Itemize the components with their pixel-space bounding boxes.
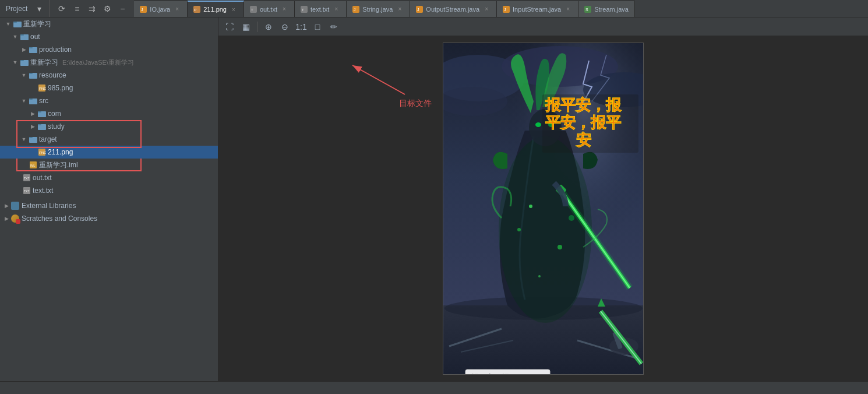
folder-label: resource — [39, 71, 66, 79]
tree-item-target[interactable]: ▼ target — [0, 133, 218, 146]
png-file-icon: P — [193, 6, 200, 13]
tab-close-text[interactable]: × — [332, 5, 340, 13]
spacer — [14, 174, 21, 181]
collapse-icon[interactable]: ▶ — [29, 110, 36, 117]
svg-rect-21 — [29, 47, 33, 48]
collapse-icon[interactable]: ▶ — [5, 203, 9, 209]
project-tree: ▼ 重新学习 ▼ out ▶ production ▼ 重新学习 E — [0, 17, 218, 197]
svg-text:目标文件: 目标文件 — [399, 99, 432, 108]
tab-label: IO.java — [150, 6, 170, 13]
settings-icon[interactable]: ⚙ — [101, 3, 113, 15]
collapse-icon[interactable]: ▶ — [29, 123, 36, 130]
scratches-and-consoles-item[interactable]: ▶ Scratches and Consoles — [0, 212, 218, 225]
tab-close-io[interactable]: × — [173, 5, 181, 13]
external-libraries-item[interactable]: ▶ External Libraries — [0, 199, 218, 212]
folder-label: target — [39, 135, 57, 143]
navigate-back-icon[interactable]: ⟳ — [56, 3, 68, 15]
expand-icon[interactable]: ▼ — [12, 59, 19, 66]
expand-icon[interactable]: ▼ — [12, 33, 19, 40]
tree-item-985-png[interactable]: PNG 985.png — [0, 82, 218, 94]
tab-close-string[interactable]: × — [396, 5, 404, 13]
zoom-out-icon[interactable]: ⊖ — [278, 20, 291, 33]
java-file-icon4: J — [503, 6, 510, 13]
collapse-icon[interactable]: ▶ — [20, 46, 27, 53]
tree-item-out-txt[interactable]: TXT out.txt — [0, 171, 218, 184]
image-viewer: 目标文件 — [218, 36, 868, 381]
svg-rect-29 — [29, 98, 33, 100]
txt-file-icon2: T — [301, 6, 308, 13]
tab-outputstream-java[interactable]: J OutputStream.java × — [410, 1, 497, 17]
txt-file-icon2: TXT — [23, 187, 31, 195]
grid-icon[interactable]: ▦ — [239, 20, 252, 33]
file-label: 重新学习.iml — [39, 160, 78, 170]
expand-all-icon[interactable]: ⇉ — [86, 3, 98, 15]
svg-point-70 — [538, 275, 541, 277]
folder-label: 重新学习 — [30, 58, 58, 68]
collapse-all-icon[interactable]: ≡ — [71, 3, 83, 15]
expand-icon[interactable]: ▼ — [20, 136, 27, 143]
project-dropdown[interactable]: Project — [2, 5, 31, 13]
src-folder-icon — [29, 97, 37, 105]
java-file-icon5: S — [584, 6, 591, 13]
svg-text:PNG: PNG — [39, 87, 46, 90]
tree-item-study[interactable]: ▶ study — [0, 120, 218, 133]
tree-item-src[interactable]: ▼ src — [0, 94, 218, 107]
tab-stream-java[interactable]: S Stream.java — [578, 1, 635, 17]
image-toolbar: ⛶ ▦ ⊕ ⊖ 1:1 □ ✏ — [218, 17, 868, 36]
color-picker-icon[interactable]: ✏ — [327, 20, 340, 33]
svg-text:T: T — [251, 8, 253, 12]
svg-line-44 — [352, 65, 405, 94]
tab-text-txt[interactable]: T text.txt × — [295, 1, 347, 17]
svg-text:IML: IML — [30, 164, 36, 167]
tree-item-com[interactable]: ▶ com — [0, 107, 218, 120]
main-layout: ▼ 重新学习 ▼ out ▶ production ▼ 重新学习 E — [0, 17, 868, 381]
expand-icon[interactable]: ▼ — [20, 72, 27, 79]
tab-close-outputstream[interactable]: × — [482, 5, 491, 13]
file-label: text.txt — [33, 187, 53, 195]
fit-window-icon[interactable]: □ — [311, 20, 324, 33]
tab-close-211[interactable]: × — [230, 5, 238, 13]
zoom-in-icon[interactable]: ⊕ — [262, 20, 275, 33]
expand-icon[interactable]: ▼ — [20, 97, 27, 104]
svg-text:报平安，报: 报平安，报 — [545, 96, 622, 114]
tab-io-java[interactable]: J IO.java × — [134, 1, 188, 17]
tab-string-java[interactable]: J String.java × — [347, 1, 410, 17]
svg-rect-17 — [13, 22, 17, 23]
collapse-icon[interactable]: ▼ — [5, 20, 12, 27]
tree-item-211-png[interactable]: PNG 211.png — [0, 146, 218, 159]
svg-text:TXT: TXT — [24, 177, 29, 180]
project-sidebar: ▼ 重新学习 ▼ out ▶ production ▼ 重新学习 E — [0, 17, 218, 381]
collapse-icon[interactable]: ▶ — [5, 216, 9, 221]
fit-page-icon[interactable]: ⛶ — [223, 20, 236, 33]
spacer — [29, 149, 36, 156]
folder-icon — [38, 110, 46, 118]
chevron-down-icon[interactable]: ▾ — [33, 3, 45, 15]
tab-close-inputstream[interactable]: × — [564, 5, 572, 13]
tab-out-txt[interactable]: T out.txt × — [244, 1, 295, 17]
svg-text:PNG: PNG — [39, 151, 46, 154]
status-bar — [0, 381, 868, 394]
file-label: 211.png — [48, 148, 73, 156]
tree-item-root[interactable]: ▼ 重新学习 — [0, 17, 218, 30]
file-label: out.txt — [33, 174, 52, 182]
tree-item-module[interactable]: ▼ 重新学习 E:\Idea\JavaSE\重新学习 — [0, 56, 218, 69]
tab-close-out[interactable]: × — [280, 5, 288, 13]
tree-item-resource[interactable]: ▼ resource — [0, 69, 218, 82]
java-file-icon3: J — [416, 6, 423, 13]
tree-item-production[interactable]: ▶ production — [0, 43, 218, 56]
java-file-icon: J — [140, 6, 147, 13]
minimize-icon[interactable]: − — [117, 3, 128, 15]
editor-tabs: J IO.java × P 211.png × T out.txt × T te… — [134, 0, 866, 17]
svg-point-71 — [517, 228, 521, 231]
preview-image: 报平安，报 平安，报平 安 报平安，报平 安，报平安 武庚纪 武庚纪 https… — [443, 43, 644, 375]
svg-point-68 — [529, 205, 532, 208]
folder-label: 重新学习 — [23, 19, 51, 29]
tree-item-relearn-iml[interactable]: IML 重新学习.iml — [0, 159, 218, 171]
tree-item-out[interactable]: ▼ out — [0, 30, 218, 43]
tree-item-text-txt[interactable]: TXT text.txt — [0, 184, 218, 197]
tab-inputstream-java[interactable]: J InputStream.java × — [497, 1, 578, 17]
ratio-1-1-icon[interactable]: 1:1 — [295, 20, 308, 33]
svg-rect-25 — [29, 73, 33, 74]
tab-211-png[interactable]: P 211.png × — [188, 1, 244, 17]
tab-label: 211.png — [203, 6, 227, 13]
